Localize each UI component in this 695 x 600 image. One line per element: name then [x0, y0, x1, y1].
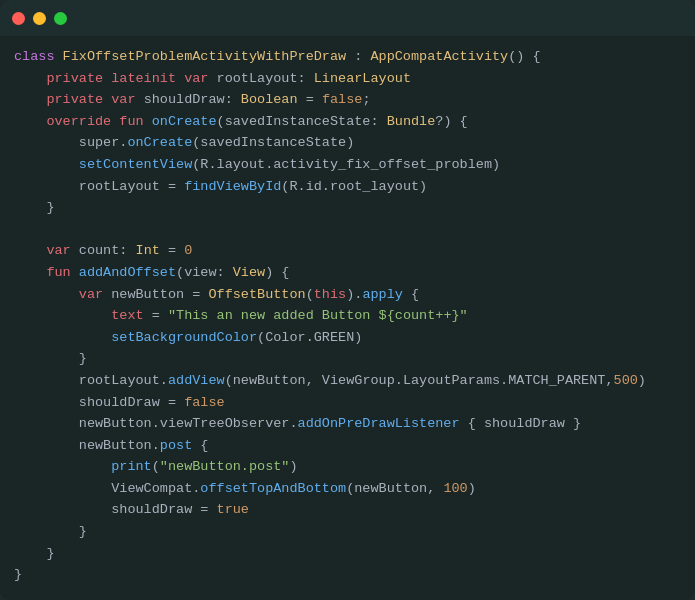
- code-line: }: [14, 521, 681, 543]
- code-line: private lateinit var rootLayout: LinearL…: [14, 68, 681, 90]
- title-bar: [0, 0, 695, 36]
- code-line: var newButton = OffsetButton(this).apply…: [14, 284, 681, 306]
- code-line: class FixOffsetProblemActivityWithPreDra…: [14, 46, 681, 68]
- code-line: rootLayout = findViewById(R.id.root_layo…: [14, 176, 681, 198]
- code-line: private var shouldDraw: Boolean = false;: [14, 89, 681, 111]
- code-line: override fun onCreate(savedInstanceState…: [14, 111, 681, 133]
- maximize-button[interactable]: [54, 12, 67, 25]
- code-line: newButton.viewTreeObserver.addOnPreDrawL…: [14, 413, 681, 435]
- code-line: fun addAndOffset(view: View) {: [14, 262, 681, 284]
- code-line: }: [14, 348, 681, 370]
- code-line: var count: Int = 0: [14, 240, 681, 262]
- minimize-button[interactable]: [33, 12, 46, 25]
- code-area: class FixOffsetProblemActivityWithPreDra…: [0, 36, 695, 600]
- code-line: setContentView(R.layout.activity_fix_off…: [14, 154, 681, 176]
- code-line: rootLayout.addView(newButton, ViewGroup.…: [14, 370, 681, 392]
- close-button[interactable]: [12, 12, 25, 25]
- code-line: }: [14, 197, 681, 219]
- code-line: ViewCompat.offsetTopAndBottom(newButton,…: [14, 478, 681, 500]
- code-line: text = "This an new added Button ${count…: [14, 305, 681, 327]
- code-line: [14, 219, 681, 241]
- code-line: print("newButton.post"): [14, 456, 681, 478]
- code-line: setBackgroundColor(Color.GREEN): [14, 327, 681, 349]
- code-line: }: [14, 564, 681, 586]
- code-line: }: [14, 543, 681, 565]
- code-editor-window: class FixOffsetProblemActivityWithPreDra…: [0, 0, 695, 600]
- code-line: shouldDraw = true: [14, 499, 681, 521]
- code-line: shouldDraw = false: [14, 392, 681, 414]
- code-line: super.onCreate(savedInstanceState): [14, 132, 681, 154]
- code-line: newButton.post {: [14, 435, 681, 457]
